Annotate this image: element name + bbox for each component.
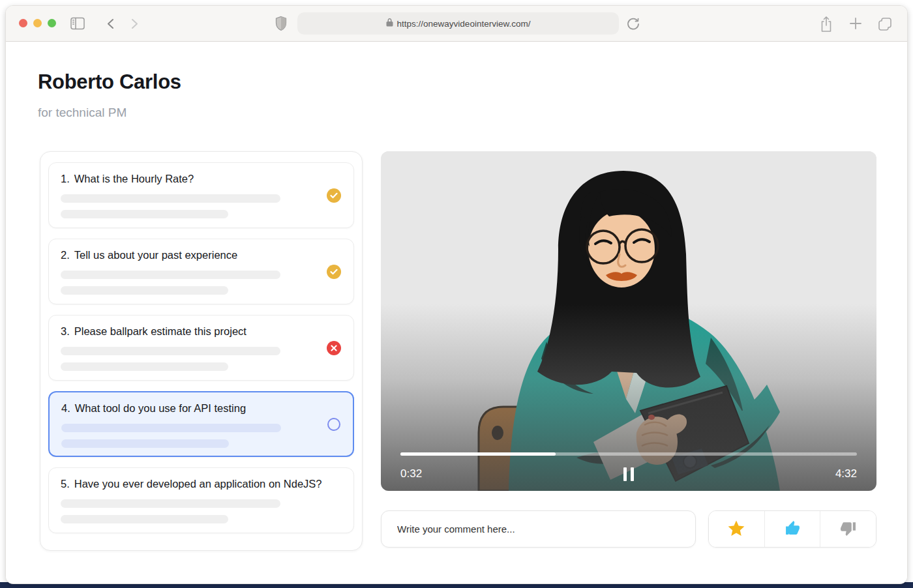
thumbs-up-button[interactable] <box>764 511 820 547</box>
share-icon[interactable] <box>820 16 833 33</box>
url-text: https://onewayvideointerview.com/ <box>397 19 531 29</box>
question-card-3[interactable]: 3.Please ballpark estimate this project <box>48 315 354 381</box>
comment-input[interactable] <box>381 510 696 548</box>
question-text: Tell us about your past experience <box>74 249 237 261</box>
question-number: 4. <box>61 402 70 414</box>
lock-icon <box>386 18 393 29</box>
question-title: 4.What tool do you use for API testing <box>61 402 341 415</box>
new-tab-icon[interactable] <box>849 17 862 30</box>
skeleton-line <box>61 439 229 448</box>
question-card-5[interactable]: 5.Have you ever developed an application… <box>48 467 354 533</box>
skeleton-line <box>61 286 228 295</box>
star-icon <box>727 520 745 539</box>
thumbs-up-icon <box>785 520 801 538</box>
window-controls <box>19 19 56 27</box>
browser-window: https://onewayvideointerview.com/ <box>5 5 908 584</box>
question-list-panel: 1.What is the Hourly Rate? 2.Tell us abo… <box>40 151 363 551</box>
question-text: Have you ever developed an application o… <box>74 478 322 490</box>
skeleton-line <box>61 210 228 218</box>
rating-button-group <box>708 510 876 548</box>
address-bar[interactable]: https://onewayvideointerview.com/ <box>297 12 619 35</box>
question-card-1[interactable]: 1.What is the Hourly Rate? <box>48 162 354 228</box>
question-title: 3.Please ballpark estimate this project <box>61 325 342 338</box>
x-circle-icon <box>327 341 341 355</box>
privacy-shield-icon[interactable] <box>275 16 287 31</box>
forward-icon[interactable] <box>130 18 139 29</box>
question-text: What is the Hourly Rate? <box>74 173 194 184</box>
candidate-role: for technical PM <box>38 106 127 120</box>
thumbs-down-button[interactable] <box>820 511 876 547</box>
reload-icon[interactable] <box>626 16 640 32</box>
skeleton-line <box>61 271 280 279</box>
star-rating-button[interactable] <box>709 511 764 547</box>
progress-fill <box>400 452 556 456</box>
zoom-window-button[interactable] <box>48 19 56 27</box>
minimize-window-button[interactable] <box>33 19 42 27</box>
question-number: 2. <box>61 249 70 261</box>
back-icon[interactable] <box>106 18 115 29</box>
question-text: What tool do you use for API testing <box>75 402 246 414</box>
video-progress-bar[interactable] <box>400 452 857 456</box>
video-player[interactable]: 0:32 4:32 <box>381 151 876 491</box>
open-circle-icon <box>327 418 340 431</box>
pause-icon[interactable] <box>623 467 634 481</box>
skeleton-line <box>61 194 280 203</box>
question-number: 1. <box>61 173 70 184</box>
skeleton-line <box>61 499 280 508</box>
total-time: 4:32 <box>835 467 857 480</box>
video-bottom-gradient <box>381 304 876 491</box>
question-number: 5. <box>61 478 70 490</box>
question-card-4-active[interactable]: 4.What tool do you use for API testing <box>48 391 354 457</box>
question-title: 1.What is the Hourly Rate? <box>61 173 342 185</box>
question-card-2[interactable]: 2.Tell us about your past experience <box>48 239 354 304</box>
check-circle-icon <box>327 265 341 279</box>
close-window-button[interactable] <box>19 19 27 27</box>
current-time: 0:32 <box>400 467 422 480</box>
skeleton-line <box>61 515 228 523</box>
skeleton-line <box>61 424 281 432</box>
sidebar-toggle-icon[interactable] <box>70 17 85 30</box>
question-title: 5.Have you ever developed an application… <box>61 478 342 490</box>
tab-overview-icon[interactable] <box>877 16 893 32</box>
thumbs-down-icon <box>840 520 856 538</box>
page-content: Roberto Carlos for technical PM 1.What i… <box>6 42 907 583</box>
question-text: Please ballpark estimate this project <box>74 325 247 337</box>
check-circle-icon <box>327 188 341 203</box>
question-title: 2.Tell us about your past experience <box>61 249 342 261</box>
question-number: 3. <box>61 325 70 337</box>
skeleton-line <box>61 362 228 371</box>
skeleton-line <box>61 347 280 355</box>
browser-toolbar: https://onewayvideointerview.com/ <box>6 6 907 42</box>
candidate-name: Roberto Carlos <box>38 70 181 94</box>
